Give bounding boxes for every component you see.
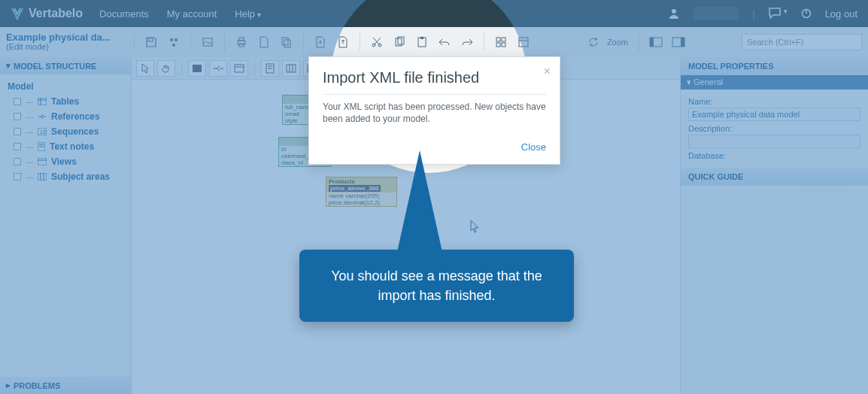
- svg-rect-43: [235, 65, 244, 72]
- svg-rect-26: [650, 38, 654, 47]
- cut-icon[interactable]: [368, 33, 386, 51]
- description-field[interactable]: [688, 135, 860, 148]
- svg-rect-12: [284, 40, 290, 47]
- chat-icon[interactable]: ▾: [769, 8, 788, 20]
- svg-rect-9: [239, 38, 244, 41]
- svg-rect-29: [38, 98, 47, 105]
- import-icon[interactable]: [311, 33, 329, 51]
- refresh-icon[interactable]: [584, 33, 602, 51]
- svg-rect-28: [681, 38, 684, 47]
- nav-account[interactable]: My account: [167, 8, 217, 20]
- svg-point-5: [175, 38, 178, 41]
- top-nav: Vertabelo Documents My account Help | ▾ …: [0, 0, 868, 27]
- svg-point-0: [672, 9, 676, 14]
- svg-rect-39: [38, 173, 47, 180]
- svg-rect-3: [148, 38, 153, 41]
- callout-text: You should see a message that the import…: [331, 268, 542, 303]
- logout-icon[interactable]: [801, 8, 812, 19]
- doc-icon[interactable]: [255, 33, 273, 51]
- tree-item-subjectareas[interactable]: —Subject areas: [8, 169, 131, 184]
- tree-item-sequences[interactable]: —12Sequences: [8, 124, 131, 139]
- nav-help[interactable]: Help: [235, 8, 261, 20]
- svg-rect-19: [496, 38, 500, 41]
- svg-point-6: [172, 44, 175, 47]
- main-toolbar: Example physical da... (Edit mode) Zoom …: [0, 27, 868, 57]
- layout-icon[interactable]: [514, 33, 533, 51]
- grid-icon[interactable]: [492, 33, 510, 51]
- left-sidebar: ▾ MODEL STRUCTURE Model —Tables —Referen…: [0, 57, 132, 394]
- name-label: Name:: [688, 97, 860, 106]
- tool-note-icon[interactable]: [261, 60, 279, 77]
- nav-logout[interactable]: Log out: [825, 8, 857, 20]
- tree-item-references[interactable]: —References: [8, 109, 131, 124]
- model-structure-header[interactable]: ▾ MODEL STRUCTURE: [0, 57, 131, 74]
- print-icon[interactable]: [232, 33, 250, 51]
- right-sidebar: MODEL PROPERTIES ▾ General Name: Descrip…: [680, 57, 868, 394]
- share-icon[interactable]: [165, 33, 183, 51]
- save-icon[interactable]: [142, 33, 160, 51]
- svg-rect-23: [519, 38, 528, 47]
- diagram-table-3[interactable]: Products price_above_300 name varchar(25…: [326, 177, 397, 207]
- tool-area-icon[interactable]: [282, 60, 300, 77]
- general-section[interactable]: ▾ General: [681, 75, 868, 89]
- search-input[interactable]: Search (Ctrl+F): [742, 34, 862, 50]
- svg-point-4: [170, 38, 173, 41]
- username-display: [693, 7, 739, 20]
- tree-item-views[interactable]: —Views: [8, 154, 131, 169]
- copy2-icon[interactable]: [390, 33, 408, 51]
- export-icon[interactable]: [334, 33, 352, 51]
- callout-tail: [390, 150, 450, 256]
- svg-rect-18: [420, 37, 423, 39]
- description-label: Description:: [688, 124, 860, 133]
- user-icon[interactable]: [668, 8, 680, 20]
- svg-rect-7: [203, 38, 212, 46]
- brand-logo[interactable]: Vertabelo: [11, 7, 83, 20]
- model-mode: (Edit mode): [6, 42, 126, 52]
- nav-documents[interactable]: Documents: [99, 8, 149, 20]
- tool-view-icon[interactable]: [230, 60, 248, 77]
- dialog-title: Import XML file finished: [323, 69, 546, 95]
- close-button[interactable]: Close: [521, 141, 546, 153]
- tool-relation-icon[interactable]: [209, 60, 227, 77]
- panel-left-icon[interactable]: [647, 33, 665, 51]
- svg-rect-21: [496, 43, 500, 47]
- panel-right-icon[interactable]: [669, 33, 687, 51]
- svg-rect-42: [193, 65, 202, 72]
- redo-icon[interactable]: [458, 33, 476, 51]
- import-finished-dialog: × Import XML file finished Your XML scri…: [308, 56, 560, 165]
- tool-pointer-icon[interactable]: [136, 60, 154, 77]
- copy-icon[interactable]: [278, 33, 296, 51]
- quick-guide-header[interactable]: QUICK GUIDE: [681, 168, 868, 186]
- tree-item-tables[interactable]: —Tables: [8, 94, 131, 109]
- tutorial-callout: You should see a message that the import…: [299, 250, 574, 322]
- paste-icon[interactable]: [413, 33, 431, 51]
- tool-hand-icon[interactable]: [157, 60, 175, 77]
- name-field[interactable]: [688, 108, 860, 121]
- logo-icon: [11, 7, 24, 20]
- close-icon[interactable]: ×: [544, 65, 551, 78]
- tool-table-icon[interactable]: [188, 60, 206, 77]
- problems-header[interactable]: ▸ PROBLEMS: [0, 377, 131, 394]
- svg-rect-22: [502, 43, 505, 47]
- tree-root[interactable]: Model: [8, 79, 131, 94]
- dialog-body: Your XML script has been processed. New …: [323, 101, 546, 125]
- model-title: Example physical da...: [6, 32, 126, 42]
- tree-item-textnotes[interactable]: —Text notes: [8, 139, 131, 154]
- image-icon[interactable]: [199, 33, 217, 51]
- zoom-label: Zoom: [607, 38, 628, 47]
- undo-icon[interactable]: [436, 33, 454, 51]
- brand-name: Vertabelo: [29, 7, 83, 20]
- svg-rect-37: [38, 158, 47, 165]
- svg-rect-48: [287, 65, 296, 72]
- svg-text:12: 12: [40, 129, 46, 135]
- database-label: Database:: [688, 151, 860, 160]
- cursor-icon: [470, 220, 481, 235]
- svg-rect-20: [502, 38, 505, 41]
- model-properties-header: MODEL PROPERTIES: [681, 57, 868, 75]
- svg-rect-11: [282, 38, 288, 45]
